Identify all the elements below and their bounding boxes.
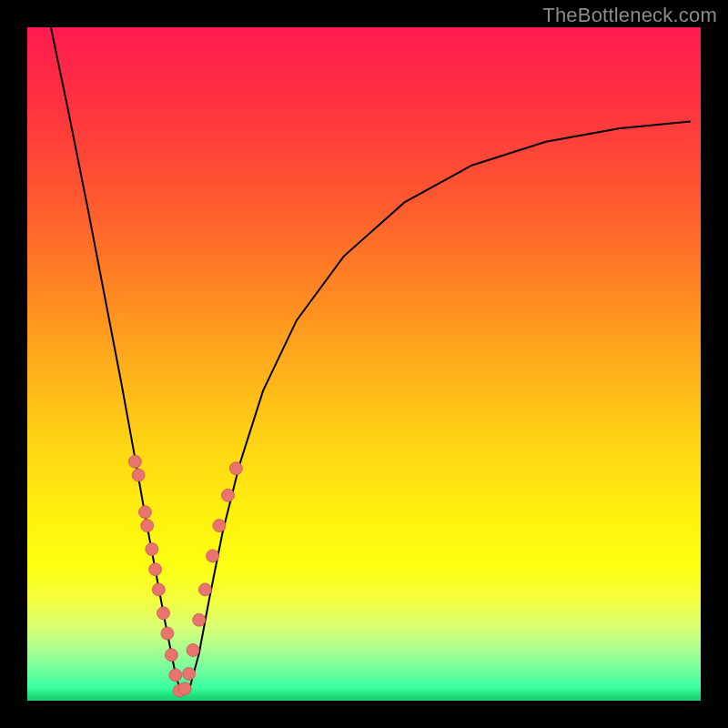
outer-frame: TheBottleneck.com — [0, 0, 728, 728]
sample-dot — [139, 506, 152, 519]
sample-dot — [165, 649, 177, 662]
sample-dot — [213, 520, 226, 532]
sample-dot — [198, 583, 211, 596]
sample-dot — [178, 682, 191, 695]
sample-dot — [183, 667, 196, 680]
sample-dot — [187, 644, 199, 657]
sample-dot — [229, 462, 242, 475]
bottleneck-curve — [51, 27, 691, 694]
watermark-text: TheBottleneck.com — [542, 4, 717, 27]
sample-dot — [152, 583, 165, 596]
sample-dots-group — [128, 455, 242, 697]
sample-dot — [157, 607, 170, 620]
sample-dot — [207, 550, 219, 562]
chart-overlay — [27, 27, 701, 701]
sample-dot — [169, 669, 182, 682]
sample-dot — [128, 455, 141, 468]
sample-dot — [146, 543, 158, 556]
sample-dot — [161, 627, 174, 640]
sample-dot — [141, 520, 154, 532]
sample-dot — [132, 469, 145, 481]
sample-dot — [193, 613, 206, 626]
sample-dot — [149, 563, 162, 576]
sample-dot — [222, 489, 235, 501]
